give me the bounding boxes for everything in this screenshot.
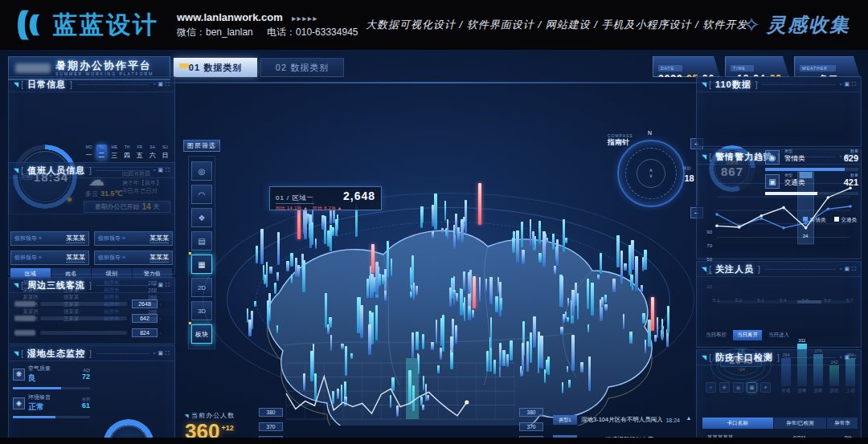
weekday-tu[interactable]: TU二: [96, 145, 107, 160]
panel-window-icon[interactable]: ▣: [158, 81, 163, 88]
panel-window-icon[interactable]: ▣: [158, 350, 163, 356]
data-column: [375, 283, 379, 298]
panel-expand-icon[interactable]: ⛶: [166, 282, 170, 288]
data-column: [616, 235, 620, 267]
data-column: [530, 332, 532, 363]
legend-item[interactable]: 警情类: [803, 217, 826, 224]
phone-text: 电话：010-63334945: [267, 26, 358, 38]
signal-layer-button[interactable]: ◠: [191, 185, 212, 204]
data-column: [538, 340, 539, 373]
panel-expand-icon[interactable]: ⛶: [852, 81, 856, 88]
y-axis-label: 370: [519, 422, 543, 431]
panel-expand-icon[interactable]: ⛶: [852, 354, 856, 360]
camera-layer-button[interactable]: ◎: [191, 161, 212, 181]
checkpoint-header-0[interactable]: 卡口名称: [702, 418, 773, 429]
data-column: [437, 365, 440, 373]
data-column: [370, 266, 371, 298]
data-column: [309, 220, 310, 238]
data-column: [332, 391, 334, 404]
panel-minimize-icon[interactable]: ▫: [840, 81, 841, 88]
weekday-we[interactable]: WE三: [109, 145, 120, 160]
y-axis-label: 380: [519, 408, 543, 417]
data-column: [436, 320, 437, 344]
data-column: [666, 329, 669, 347]
duty-leader-card[interactable]: 值班领导»某某某: [94, 251, 173, 265]
data-column: [325, 293, 327, 328]
panel-window-icon[interactable]: ▣: [844, 354, 850, 360]
checkpoint-header-1[interactable]: 异常/已检测: [774, 418, 827, 429]
duty-leader-card[interactable]: 值班领导»某某某: [10, 231, 89, 246]
panel-expand-icon[interactable]: ⛶: [166, 350, 170, 356]
weekday-sa[interactable]: SA六: [147, 145, 158, 160]
mode-plate-button[interactable]: 板块: [191, 324, 212, 344]
data-column: [563, 219, 565, 252]
alert-item[interactable]: 类型1湿地3-104片区有不明人员闯入18:24: [553, 413, 680, 427]
panel-expand-icon[interactable]: ⛶: [852, 266, 856, 272]
duty-leader-card[interactable]: 值班领导»某某某: [94, 231, 173, 246]
list-layer-button[interactable]: ▤: [191, 231, 212, 251]
data-column: [632, 279, 633, 291]
contact-block: www.lanlanwork.com ▸▸▸▸▸ 微信：ben_lanlan 电…: [177, 11, 370, 39]
duty-leader-name: 某某某: [149, 253, 169, 263]
data-column: [310, 351, 313, 381]
panel-minimize-icon[interactable]: ▫: [154, 167, 155, 173]
panel-window-icon[interactable]: ▣: [844, 81, 850, 88]
panel-minimize-icon[interactable]: ▫: [154, 350, 155, 356]
weekday-su[interactable]: SU日: [160, 145, 170, 160]
panel-expand-icon[interactable]: ⛶: [166, 167, 170, 173]
data-column: [341, 344, 344, 349]
data-column: [410, 267, 412, 288]
tab-data-category-1[interactable]: 01 数据类别: [174, 58, 257, 77]
data-column: [382, 275, 385, 284]
legend-item[interactable]: 交通类: [834, 217, 858, 224]
eco-status: 正常: [28, 401, 51, 413]
panel-minimize-icon[interactable]: ▫: [154, 282, 155, 288]
province-map[interactable]: [211, 185, 677, 426]
data-column: [522, 321, 525, 356]
panel-title: 周边三线客流: [27, 279, 85, 291]
panel-expand-icon[interactable]: ⛶: [166, 81, 170, 88]
flow-label-blur: [14, 301, 35, 307]
mode-2d-button[interactable]: 2D: [191, 278, 212, 297]
building-layer-button[interactable]: ▦: [191, 255, 212, 274]
data-column: [418, 355, 420, 374]
data-column: [277, 232, 280, 265]
data-column: [654, 335, 657, 342]
arrows-decoration: ▸▸▸▸▸: [292, 14, 318, 22]
panel-window-icon[interactable]: ▣: [158, 282, 163, 288]
data-column: [661, 319, 663, 340]
data-column: [266, 262, 268, 287]
scroll-up-icon[interactable]: ▲: [686, 415, 692, 421]
weekday-fr[interactable]: FR五: [134, 145, 145, 160]
data-column: [642, 257, 644, 271]
panel-minimize-icon[interactable]: ▫: [840, 266, 841, 272]
eco-item: ◈环境噪音正常分贝61: [13, 393, 90, 418]
panel-minimize-icon[interactable]: ▫: [840, 354, 841, 360]
data-column: [440, 318, 443, 346]
duty-leader-card[interactable]: 值班领导»某某某: [10, 251, 89, 265]
mode-3d-button[interactable]: 3D: [191, 301, 212, 320]
data-column: [453, 276, 455, 305]
eco-status: 良: [28, 373, 51, 384]
data-column: [447, 219, 448, 240]
cluster-layer-button[interactable]: ❖: [191, 208, 212, 227]
data-column: [416, 286, 418, 295]
panel-window-icon[interactable]: ▣: [158, 167, 163, 173]
panel-window-icon[interactable]: ▣: [844, 266, 850, 272]
focus-tab-1[interactable]: 当日离开: [733, 330, 762, 340]
panel-minimize-icon[interactable]: ▫: [154, 81, 155, 88]
data-column: [360, 305, 363, 338]
checkpoint-header-2[interactable]: 异常率: [827, 418, 858, 429]
data-column: [412, 385, 415, 411]
time-label: TIME: [731, 65, 754, 71]
website-link[interactable]: www.lanlanwork.com: [177, 11, 283, 23]
tab-data-category-2[interactable]: 02 数据类别: [260, 58, 344, 77]
focus-tab-0[interactable]: 当日布控: [704, 330, 728, 340]
data-column: [411, 332, 414, 358]
promo-banner: 蓝蓝设计 www.lanlanwork.com ▸▸▸▸▸ 微信：ben_lan…: [0, 0, 868, 50]
weekday-th[interactable]: TH四: [121, 145, 132, 160]
data-column: [516, 230, 519, 263]
data-column: [311, 218, 313, 245]
weekday-mo[interactable]: MO一: [84, 145, 94, 160]
data-column: [315, 238, 317, 249]
